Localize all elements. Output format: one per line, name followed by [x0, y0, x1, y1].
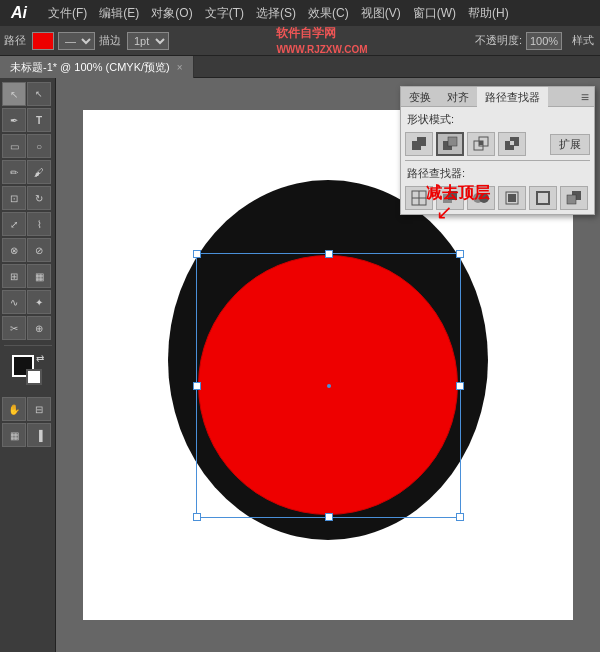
eraser-icon [10, 193, 18, 204]
knife-tool[interactable] [2, 316, 26, 340]
ellipse-tool[interactable] [27, 134, 51, 158]
annotation-arrow: ↙ [436, 200, 453, 224]
menu-object[interactable]: 对象(O) [145, 0, 198, 26]
document-tab[interactable]: 未标题-1* @ 100% (CMYK/预览) × [0, 56, 194, 78]
lasso-icon [10, 297, 18, 308]
graph-tool[interactable]: ▦ [2, 423, 26, 447]
pathfinder-header: 变换 对齐 路径查找器 ≡ [401, 87, 594, 107]
handle-top-center[interactable] [325, 250, 333, 258]
tool-group-pen [2, 108, 53, 132]
gradient-tool[interactable] [27, 264, 51, 288]
zoom-tool[interactable] [27, 316, 51, 340]
svg-rect-19 [537, 192, 549, 204]
handle-bot-right[interactable] [456, 513, 464, 521]
expand-btn[interactable]: 扩展 [550, 134, 590, 155]
magic-icon [35, 297, 43, 308]
tool-group-lasso [2, 290, 53, 314]
lasso-tool[interactable] [2, 290, 26, 314]
brush-tool[interactable]: 🖌 [27, 160, 51, 184]
crop-btn[interactable] [498, 186, 526, 210]
minus-back-btn[interactable] [560, 186, 588, 210]
exclude-btn[interactable] [498, 132, 526, 156]
pen-tool[interactable] [2, 108, 26, 132]
menu-bar: Ai 文件(F) 编辑(E) 对象(O) 文字(T) 选择(S) 效果(C) 视… [0, 0, 600, 26]
hand-icon: ✋ [8, 404, 20, 415]
rotate-icon [35, 193, 43, 204]
minus-front-btn[interactable] [436, 132, 464, 156]
tab-pathfinder[interactable]: 路径查找器 [477, 87, 548, 107]
mesh-tool[interactable] [2, 264, 26, 288]
eyedrop-icon [35, 245, 43, 256]
tab-transform[interactable]: 变换 [401, 87, 439, 107]
style-label: 样式 [572, 33, 594, 48]
handle-mid-left[interactable] [193, 382, 201, 390]
pen-icon [10, 115, 18, 126]
outline-btn[interactable] [529, 186, 557, 210]
background-color[interactable] [26, 369, 42, 385]
menu-edit[interactable]: 编辑(E) [93, 0, 145, 26]
tool-group-cut [2, 316, 53, 340]
shape-modes-label: 形状模式: [401, 109, 594, 130]
handle-bot-left[interactable] [193, 513, 201, 521]
pathfinder-label: 路径查找器: [401, 163, 594, 184]
tool-group-select: ↖ [2, 82, 53, 106]
menu-effect[interactable]: 效果(C) [302, 0, 355, 26]
toolbar: 路径 — 描边 1pt 软件自学网WWW.RJZXW.COM 不透明度: 样式 [0, 26, 600, 56]
handle-top-right[interactable] [456, 250, 464, 258]
knife-icon [10, 323, 18, 334]
menu-window[interactable]: 窗口(W) [407, 0, 462, 26]
artboard-tool[interactable]: ⊟ [27, 397, 51, 421]
intersect-btn[interactable] [467, 132, 495, 156]
svg-rect-3 [448, 137, 457, 146]
scale-icon [10, 219, 18, 230]
foreground-color[interactable] [12, 355, 34, 377]
unite-btn[interactable] [405, 132, 433, 156]
tool-group-graph: ▦ ▐ [2, 423, 53, 447]
handle-bot-center[interactable] [325, 513, 333, 521]
eyedrop-tool[interactable] [27, 238, 51, 262]
direct-icon: ↖ [35, 89, 43, 99]
rect-icon [10, 141, 19, 152]
blend-tool[interactable] [2, 238, 26, 262]
menu-text[interactable]: 文字(T) [199, 0, 250, 26]
tool-group-transform [2, 186, 53, 210]
column-tool[interactable]: ▐ [27, 423, 51, 447]
menu-help[interactable]: 帮助(H) [462, 0, 515, 26]
pencil-icon [10, 167, 18, 178]
color-swatch-container: ⇄ [12, 355, 44, 387]
direct-select-tool[interactable]: ↖ [27, 82, 51, 106]
text-tool[interactable] [27, 108, 51, 132]
stroke-weight-dropdown[interactable]: 1pt [127, 32, 169, 50]
rotate-tool[interactable] [27, 186, 51, 210]
tab-align[interactable]: 对齐 [439, 87, 477, 107]
zoom-icon [35, 323, 43, 334]
tool-separator [4, 345, 52, 346]
app-logo: Ai [4, 4, 34, 22]
hand-tool[interactable]: ✋ [2, 397, 26, 421]
pencil-tool[interactable] [2, 160, 26, 184]
menu-view[interactable]: 视图(V) [355, 0, 407, 26]
path-label: 路径 [4, 33, 26, 48]
svg-rect-6 [479, 141, 483, 145]
ellipse-icon [36, 141, 42, 152]
tab-close[interactable]: × [177, 62, 183, 73]
arrow-tool[interactable] [2, 82, 26, 106]
rect-tool[interactable] [2, 134, 26, 158]
svg-rect-18 [508, 194, 516, 202]
panel-menu-btn[interactable]: ≡ [576, 89, 594, 105]
mesh-icon [10, 271, 18, 282]
warp-tool[interactable] [27, 212, 51, 236]
opacity-input[interactable] [526, 32, 562, 50]
handle-top-left[interactable] [193, 250, 201, 258]
menu-select[interactable]: 选择(S) [250, 0, 302, 26]
magic-wand-tool[interactable] [27, 290, 51, 314]
eraser-tool[interactable] [2, 186, 26, 210]
svg-rect-1 [417, 137, 426, 146]
swap-colors-btn[interactable]: ⇄ [36, 353, 44, 364]
stroke-dropdown[interactable]: — [58, 32, 95, 50]
handle-mid-right[interactable] [456, 382, 464, 390]
menu-file[interactable]: 文件(F) [42, 0, 93, 26]
scale-tool[interactable] [2, 212, 26, 236]
warp-icon [37, 219, 42, 230]
fill-color-box[interactable] [32, 32, 54, 50]
